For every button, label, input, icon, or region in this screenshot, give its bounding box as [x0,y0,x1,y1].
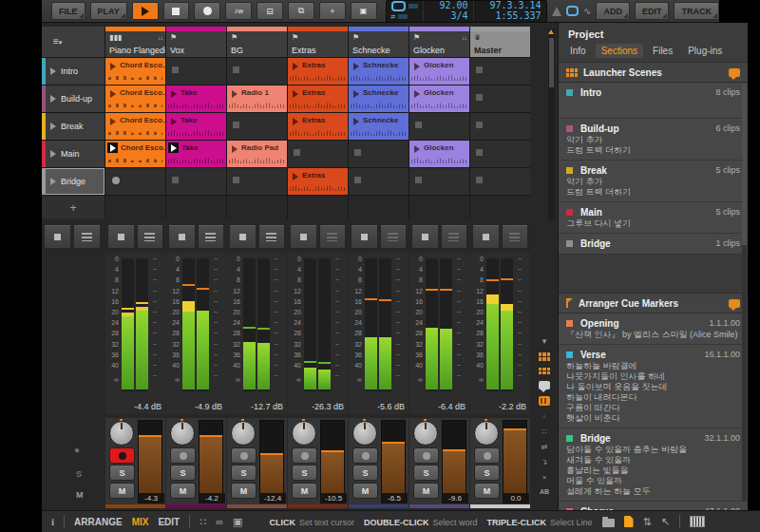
alt-launch-button[interactable] [198,225,225,249]
alt-launch-button[interactable] [137,225,164,249]
volume-fader[interactable] [503,420,527,504]
launcher-scenes-header[interactable]: Launcher Scenes [559,62,748,83]
clip-slot-empty[interactable] [470,168,530,195]
clip-record-settings-button[interactable]: ⧉ [288,2,314,20]
volume-fader[interactable] [381,420,406,504]
cue-markers-header[interactable]: Arranger Cue Markers [559,293,748,314]
volume-fader[interactable] [320,420,345,504]
mute-button[interactable]: M [352,483,378,499]
clip-slot-empty[interactable] [470,113,530,140]
scene-grid-icon[interactable] [539,368,550,374]
scene-break[interactable]: Break [42,113,104,140]
volume-fader[interactable] [259,420,284,504]
stop-clips-button[interactable] [351,225,378,249]
file-document-icon[interactable] [624,516,634,527]
track-header-2[interactable]: ⚑BG [227,27,287,57]
add-object-button[interactable]: + [319,2,346,20]
browser-folder-icon[interactable] [602,519,615,527]
pan-knob[interactable] [352,421,377,446]
tempo-timesig[interactable]: 92.00 3/4 [423,1,473,22]
panel-tab-info[interactable]: Info [564,44,592,58]
clip-slot[interactable]: Extras [288,168,348,195]
cue-marker-item[interactable]: Chorus47.1.1.00 [559,502,748,510]
clip-slot[interactable]: Extras [288,58,348,85]
mute-button[interactable]: M [413,483,439,499]
clip-slot-empty[interactable] [349,141,408,167]
scene-play-icon[interactable] [50,123,56,130]
scene-menu-button[interactable]: ≡▾ [42,27,104,57]
mute-button[interactable]: M [292,483,317,499]
pan-knob[interactable] [231,421,256,446]
clip-slot-empty[interactable] [227,168,287,195]
scene-intro[interactable]: Intro [42,58,104,85]
launcher-overdub-button[interactable]: ⊟ [256,2,283,20]
clip-slot[interactable]: Take [166,141,226,167]
clip-slot[interactable]: Schnecke [349,113,408,140]
arm-button[interactable] [292,447,317,464]
scrollbar-thumb[interactable] [549,38,554,87]
clip-slot[interactable]: Chord Esco... [105,113,165,140]
clip-slot[interactable]: Glocken [409,141,469,167]
panel-scrollbar-thumb[interactable] [742,84,747,245]
alt-launch-button[interactable] [502,225,529,249]
swap-icon[interactable]: ⇅ [643,516,652,528]
cue-marker-item[interactable]: Verse16.1.1.00하늘하늘 바람결에나뭇가지들이 인사를 하네나 돌아… [559,345,748,428]
solo-button[interactable]: S [413,465,439,481]
launcher-grid-icon[interactable] [539,352,550,361]
cursor-icon[interactable]: ↖ [661,516,670,528]
stop-clips-button[interactable] [44,225,71,249]
scene-play-icon[interactable] [50,95,56,103]
tempo-value[interactable]: 92.00 [428,1,468,10]
comments-icon[interactable] [539,381,550,390]
sends-icon[interactable]: ∷ [542,428,546,436]
solo-button[interactable]: S [170,465,196,481]
scenes-comment-icon[interactable] [729,68,740,77]
alt-launch-button[interactable] [441,225,468,249]
pan-knob[interactable] [413,421,438,446]
alt-launch-button[interactable] [380,225,408,249]
panel-tab-sections[interactable]: Sections [596,44,643,58]
panel-layout-icon[interactable]: ▣ [233,516,242,528]
clip-slot-empty[interactable] [227,58,287,85]
tab-arrange[interactable]: ARRANGE [74,517,123,527]
play-button[interactable] [132,2,159,20]
clip-slot-empty[interactable] [166,58,226,85]
pan-knob[interactable] [474,421,499,446]
track-header-4[interactable]: ⚑Schnecke [349,27,408,57]
scene-bridge[interactable]: Bridge [42,168,104,195]
clip-slot[interactable]: Extras [288,113,348,140]
pan-knob[interactable] [292,421,316,446]
clip-slot[interactable]: Chord Esco... [105,141,165,167]
tab-edit[interactable]: EDIT [158,517,180,527]
loop-toggle-icon[interactable] [566,6,579,16]
clip-slot-empty[interactable] [470,86,530,112]
clip-slot-empty[interactable] [409,168,469,195]
clip-slot-empty[interactable] [227,113,287,140]
panel-tab-plug-ins[interactable]: Plug-ins [682,44,728,58]
track-button[interactable]: TRACK [674,2,719,20]
volume-fader[interactable] [442,420,466,504]
scene-play-icon[interactable] [50,178,56,185]
clip-slot[interactable]: Extras [288,86,348,112]
onscreen-keyboard-icon[interactable] [690,516,705,527]
stop-clips-button[interactable] [107,225,135,249]
scene-build-up[interactable]: Build-up [42,86,104,112]
arm-button[interactable] [170,447,196,464]
arm-button[interactable] [109,447,135,464]
arm-button[interactable] [474,447,500,464]
scene-list-item[interactable]: Build-up6 clips악기 추가드럼 트랙 더하기 [559,119,748,161]
alt-launch-button[interactable] [73,225,101,249]
clip-slot[interactable]: Chord Esco... [105,58,165,85]
info-icon[interactable]: i [51,516,54,527]
file-menu-button[interactable]: FILE [51,2,86,20]
clip-slot-empty[interactable] [409,113,469,140]
shrink-arrows-icon[interactable]: ↓↓ [462,34,466,41]
stop-button[interactable] [163,2,190,20]
panel-scrollbar[interactable] [742,84,747,502]
clip-slot[interactable]: Schnecke [349,58,408,85]
timesig-value[interactable]: 3/4 [428,11,468,21]
clip-slot-empty[interactable] [288,141,348,167]
clock-value[interactable]: 1:55.337 [479,11,542,21]
clip-slot-empty[interactable] [349,168,408,195]
record-button[interactable] [194,2,220,20]
